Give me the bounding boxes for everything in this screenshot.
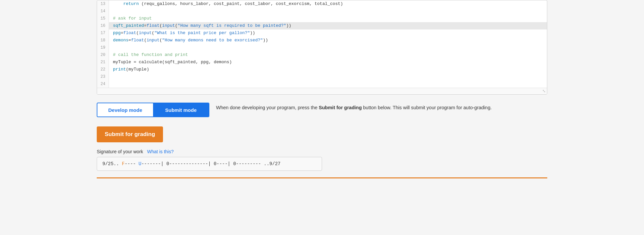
signature-label-text: Signature of your work — [97, 149, 143, 154]
code-line-23: 23 — [97, 73, 547, 80]
submit-button-wrapper: Submit for grading — [97, 126, 547, 149]
code-line-13: 13 return (requ_gallons, hours_labor, co… — [97, 0, 547, 8]
mode-description: When done developing your program, press… — [216, 103, 492, 112]
code-line-15: 15 # ask for input — [97, 15, 547, 22]
submit-bold-text: Submit for grading — [319, 105, 362, 110]
bottom-bar — [97, 177, 547, 178]
submit-mode-button[interactable]: Submit mode — [153, 103, 209, 117]
mode-description-end: button below. This will submit your prog… — [363, 105, 492, 110]
code-line-14: 14 — [97, 8, 547, 15]
develop-mode-button[interactable]: Develop mode — [97, 103, 153, 117]
mode-buttons: Develop mode Submit mode — [97, 103, 209, 117]
what-is-this-link[interactable]: What is this? — [147, 149, 174, 154]
code-line-21: 21 myTuple = calculate(sqft_painted, ppg… — [97, 59, 547, 66]
code-line-24: 24 — [97, 80, 547, 88]
resize-icon: ⤡ — [542, 89, 546, 94]
resize-handle[interactable]: ⤡ — [97, 88, 547, 94]
code-line-22: 22 print(myTuple) — [97, 66, 547, 73]
code-line-19: 19 — [97, 44, 547, 51]
submit-for-grading-button[interactable]: Submit for grading — [97, 126, 163, 142]
signature-box: 9/25.. F---- U-------| 0--------------| … — [97, 157, 322, 171]
code-editor[interactable]: 13 return (requ_gallons, hours_labor, co… — [97, 0, 547, 95]
code-line-20: 20 # call the function and print — [97, 51, 547, 59]
code-line-18: 18 demons=float(input("How many demons n… — [97, 37, 547, 44]
mode-section: Develop mode Submit mode When done devel… — [97, 103, 547, 117]
code-line-17: 17 ppg=float(input("What is the paint pr… — [97, 29, 547, 37]
signature-section: Signature of your work What is this? 9/2… — [97, 149, 547, 171]
signature-label-row: Signature of your work What is this? — [97, 149, 547, 154]
code-line-16: 16 sqft_painted=float(input("How many sq… — [97, 22, 547, 29]
